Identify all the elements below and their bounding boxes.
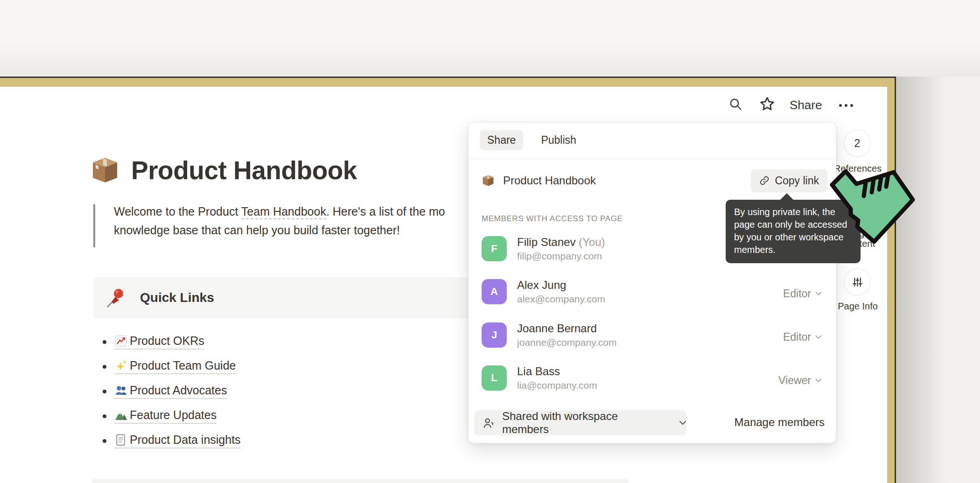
avatar: J [482,322,507,348]
pushpin-emoji-icon [105,287,127,308]
copy-link-label: Copy link [775,175,819,187]
bullet-dot [103,439,106,443]
avatar: L [482,365,507,391]
list-item-product-data-insights[interactable]: Product Data insights [97,428,241,453]
document-emoji-icon [114,434,127,447]
chevron-down-icon [815,335,822,339]
page-info-label: Page Info [830,301,886,311]
page-info-button[interactable] [844,268,871,295]
list-item-product-team-guide[interactable]: Product Team Guide [97,354,241,379]
role-dropdown-lia[interactable]: Viewer [778,374,822,387]
favorite-star-icon[interactable] [759,96,776,112]
role-label: Viewer [778,374,811,387]
tooltip-arrow [780,193,794,200]
avatar: A [482,279,507,304]
quick-link-label: Product Data insights [130,433,241,447]
role-dropdown-joanne[interactable]: Editor [783,331,822,343]
members-section-header: MEMBERS WITH ACCESS TO PAGE [482,214,623,224]
member-name: Joanne Bernard [517,322,617,335]
share-button[interactable]: Share [790,98,822,112]
sparkles-emoji-icon [114,359,127,372]
intro-paragraph: Welcome to the Product Team Handbook. He… [114,202,445,239]
member-email: alex@company.com [517,294,605,305]
sliders-icon [851,276,864,288]
desktop-background-right [896,77,980,483]
intro-text: Welcome to the Product [114,205,241,218]
page-title: Product Handbook [131,155,357,186]
dialog-page-title: Product Handbook [503,174,596,187]
share-dialog-tabs: Share Publish [480,130,584,150]
window-outline-right [895,77,896,483]
quick-link-label: Feature Updates [130,408,217,422]
chevron-down-icon [815,292,822,296]
dialog-page-row: Product Handbook Copy link [482,168,827,194]
role-label: Editor [783,287,811,300]
member-row-alex: A Alex Jung alex@company.com [482,278,822,305]
intro-text-line2: knowledge base that can help you build f… [114,221,445,239]
member-row-lia: L Lia Bass lia@company.com [482,364,822,392]
app-window: Share Product Handbook Welcome to the Pr… [0,87,887,483]
role-dropdown-alex[interactable]: Editor [783,287,822,300]
manage-members-button[interactable]: Manage members [735,416,825,429]
people-icon [483,417,495,429]
quick-links-list: Product OKRs Product Team Guide [97,329,241,453]
window-accent-border-top [0,78,895,87]
member-email: filip@company.com [517,251,605,262]
member-name: Filip Stanev [517,236,575,248]
package-box-emoji-icon [90,155,120,185]
chevron-down-icon [815,378,822,383]
cursor-hand-icon [828,168,919,247]
dialog-divider [469,159,836,159]
quick-link-label: Product Advocates [130,384,227,397]
member-name: Lia Bass [517,365,597,378]
quick-link-label: Product Team Guide [130,359,236,372]
quote-bar [93,204,95,247]
team-handbook-link[interactable]: Team Handbook [241,205,326,219]
member-email: joanne@company.com [517,337,617,348]
avatar: F [482,236,507,261]
bullet-dot [103,414,106,418]
references-count: 2 [854,137,861,150]
list-item-feature-updates[interactable]: Feature Updates [97,404,241,428]
copy-link-button[interactable]: Copy link [751,169,827,192]
references-badge-button[interactable]: 2 [844,130,871,157]
quick-link-label: Product OKRs [130,334,204,348]
list-item-product-okrs[interactable]: Product OKRs [97,329,241,354]
bullet-dot [103,365,106,369]
window-accent-border-right [887,87,895,483]
tab-share[interactable]: Share [480,130,523,150]
bullet-dot [103,390,106,393]
member-you-suffix: (You) [579,236,605,248]
list-item-product-advocates[interactable]: Product Advocates [97,379,241,404]
more-options-icon[interactable] [838,103,854,108]
share-dialog: Share Publish Product Handbook [468,122,836,443]
next-section-divider [92,479,629,483]
chevron-down-icon [679,420,686,425]
package-box-emoji-icon [482,174,495,187]
shared-with-workspace-dropdown[interactable]: Shared with workspace members [474,410,686,435]
member-row-joanne: J Joanne Bernard joanne@company.com [482,322,822,349]
member-email: lia@company.com [517,380,597,391]
busts-in-silhouette-emoji-icon [114,384,127,397]
intro-text: . Here's a list of the mo [326,205,445,218]
role-label: Editor [783,331,811,343]
chart-increasing-emoji-icon [114,335,127,348]
mountain-emoji-icon [114,409,127,422]
member-name: Alex Jung [517,279,605,292]
search-icon[interactable] [728,97,742,111]
shared-with-label: Shared with workspace members [502,410,667,436]
link-icon [759,175,770,186]
desktop-background-top [0,0,980,77]
bullet-dot [103,340,106,344]
tab-publish[interactable]: Publish [533,130,583,150]
callout-title: Quick Links [140,290,214,305]
screenshot-stage: Share Product Handbook Welcome to the Pr… [0,0,980,483]
